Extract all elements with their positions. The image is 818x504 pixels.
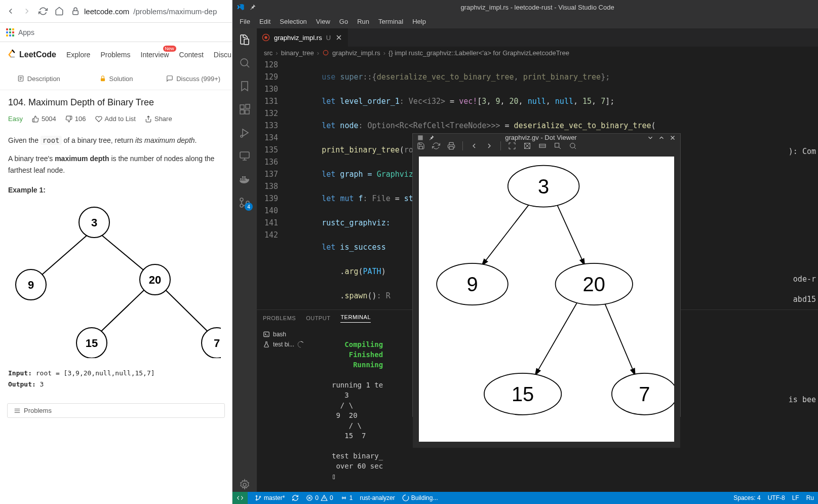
panel-tab-terminal[interactable]: TERMINAL <box>340 314 371 323</box>
nav-interview[interactable]: InterviewNew <box>141 51 169 59</box>
source-control-icon[interactable]: 4 <box>238 196 252 210</box>
remote-indicator[interactable] <box>232 492 248 504</box>
zoom-actual-icon[interactable] <box>523 142 531 150</box>
likes[interactable]: 5004 <box>32 115 56 123</box>
close-icon[interactable] <box>669 134 676 141</box>
menu-run[interactable]: Run <box>353 17 373 26</box>
nav-contest[interactable]: Contest <box>179 51 204 59</box>
apps-icon[interactable] <box>6 28 14 36</box>
menu-go[interactable]: Go <box>335 17 352 26</box>
example-io: Input: root = [3,9,20,null,null,15,7] Ou… <box>8 368 224 390</box>
add-to-list[interactable]: Add to List <box>95 115 136 123</box>
svg-point-58 <box>256 495 257 496</box>
run-debug-icon[interactable] <box>238 126 252 140</box>
dislikes[interactable]: 106 <box>65 115 86 123</box>
back-icon[interactable] <box>6 7 15 16</box>
tab-description[interactable]: Description <box>0 67 77 90</box>
svg-rect-22 <box>246 104 250 108</box>
tab-solution[interactable]: Solution <box>77 67 155 90</box>
apps-label[interactable]: Apps <box>18 28 34 36</box>
home-icon[interactable] <box>55 7 64 16</box>
svg-text:15: 15 <box>512 383 534 405</box>
breadcrumbs[interactable]: src› binary_tree› graphviz_impl.rs› {} i… <box>257 47 818 59</box>
svg-point-62 <box>343 497 344 498</box>
refresh-icon[interactable] <box>432 142 440 150</box>
svg-text:20: 20 <box>149 274 161 286</box>
errors-status[interactable]: 0 0 <box>306 494 333 501</box>
reload-icon[interactable] <box>38 7 48 16</box>
warning-icon <box>321 494 328 501</box>
problems-drawer-button[interactable]: Problems <box>7 403 225 418</box>
nav-discuss[interactable]: Discu <box>214 51 231 59</box>
problem-meta: Easy 5004 106 Add to List Share <box>8 115 224 123</box>
close-icon[interactable] <box>335 33 343 42</box>
svg-text:3: 3 <box>91 216 97 229</box>
terminal-bash[interactable]: bash <box>260 329 325 339</box>
editor-tabs: graphviz_impl.rs U <box>257 28 818 47</box>
editor-tab-graphviz[interactable]: graphviz_impl.rs U <box>257 28 348 47</box>
next-icon[interactable] <box>485 142 493 150</box>
encoding-status[interactable]: UTF-8 <box>768 494 785 501</box>
rust-analyzer-status[interactable]: rust-analyzer <box>360 494 395 501</box>
print-icon[interactable] <box>447 142 455 150</box>
svg-text:3: 3 <box>538 175 549 198</box>
address-bar[interactable]: leetcode.com/problems/maximum-dep <box>71 7 226 16</box>
ports-status[interactable]: 1 <box>340 494 353 501</box>
pin-icon[interactable] <box>249 3 257 11</box>
svg-rect-20 <box>240 110 244 114</box>
building-status[interactable]: Building... <box>402 494 438 501</box>
dot-viewer-titlebar[interactable]: graphviz.gv - Dot Viewer <box>413 134 680 141</box>
new-badge: New <box>163 46 176 52</box>
menu-help[interactable]: Help <box>408 17 430 26</box>
sync-status[interactable] <box>292 494 299 501</box>
tab-discuss[interactable]: Discuss (999+) <box>154 67 232 90</box>
menu-selection[interactable]: Selection <box>276 17 310 26</box>
zoom-fit-icon[interactable] <box>508 142 516 150</box>
browser-toolbar: leetcode.com/problems/maximum-dep <box>0 0 232 23</box>
branch-status[interactable]: master* <box>255 494 285 501</box>
remote-explorer-icon[interactable] <box>238 149 252 163</box>
dot-viewer-window[interactable]: graphviz.gv - Dot Viewer <box>412 133 681 417</box>
svg-rect-28 <box>242 176 244 178</box>
leetcode-logo[interactable]: LeetCode <box>7 49 56 60</box>
eol-status[interactable]: LF <box>792 494 799 501</box>
pin-icon[interactable] <box>428 134 435 141</box>
explorer-icon[interactable] <box>238 32 252 47</box>
svg-rect-26 <box>242 178 244 180</box>
terminal-test[interactable]: test bi... <box>260 339 325 350</box>
edge-text: ode-r <box>793 275 816 284</box>
spaces-status[interactable]: Spaces: 4 <box>733 494 760 501</box>
search-icon[interactable] <box>238 56 252 70</box>
extensions-icon[interactable] <box>238 102 252 117</box>
leetcode-header: LeetCode Explore Problems InterviewNew C… <box>0 42 232 67</box>
save-icon[interactable] <box>417 142 425 150</box>
chevron-down-icon[interactable] <box>647 134 654 141</box>
svg-line-45 <box>556 201 586 266</box>
prev-icon[interactable] <box>470 142 478 150</box>
zoom-width-icon[interactable] <box>538 142 547 150</box>
panel-tab-problems[interactable]: PROBLEMS <box>263 315 296 321</box>
bookmark-icon[interactable] <box>238 79 252 93</box>
settings-icon[interactable] <box>238 478 252 492</box>
zoom-select-icon[interactable] <box>554 142 562 150</box>
svg-text:9: 9 <box>466 273 478 295</box>
chevron-up-icon[interactable] <box>658 134 665 141</box>
spinner-icon <box>297 341 304 348</box>
nav-problems[interactable]: Problems <box>100 51 130 59</box>
lang-status[interactable]: Ru <box>806 494 814 501</box>
dot-viewer-canvas[interactable]: 3 9 20 15 7 <box>413 150 680 448</box>
svg-rect-25 <box>240 178 242 180</box>
dot-viewer-search[interactable] <box>569 142 676 150</box>
svg-point-35 <box>264 36 267 38</box>
panel-tab-output[interactable]: OUTPUT <box>306 315 330 321</box>
menu-terminal[interactable]: Terminal <box>374 17 407 26</box>
menu-file[interactable]: File <box>236 17 254 26</box>
svg-rect-38 <box>418 135 422 140</box>
leetcode-logo-icon <box>7 49 16 60</box>
share[interactable]: Share <box>145 115 172 123</box>
nav-explore[interactable]: Explore <box>66 51 90 59</box>
menu-view[interactable]: View <box>312 17 334 26</box>
docker-icon[interactable] <box>238 172 252 186</box>
menu-edit[interactable]: Edit <box>255 17 275 26</box>
forward-icon[interactable] <box>22 7 31 16</box>
